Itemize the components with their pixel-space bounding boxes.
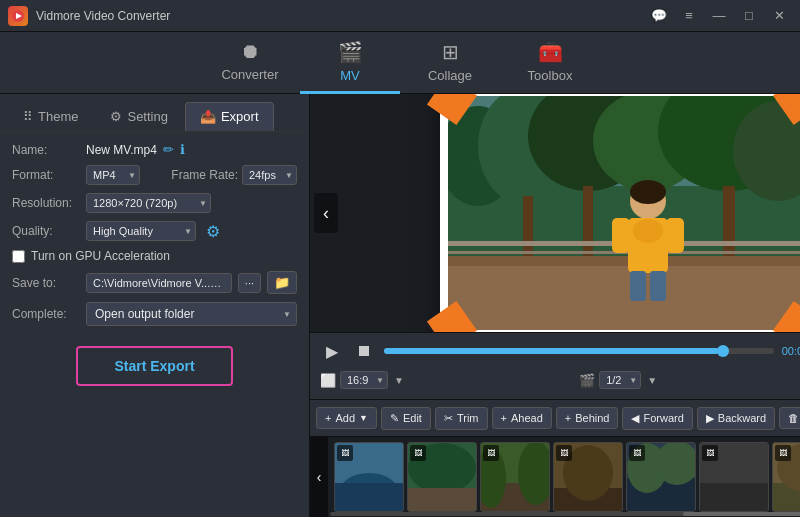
svg-rect-13	[448, 256, 801, 330]
video-content	[448, 96, 801, 330]
tab-toolbox[interactable]: 🧰 Toolbox	[500, 32, 600, 94]
clip-select[interactable]: 1/22/2	[599, 371, 641, 389]
svg-rect-30	[408, 488, 476, 511]
film-thumb-6[interactable]: 🖼	[699, 442, 769, 512]
right-panel: ‹	[310, 94, 800, 517]
app-logo	[8, 6, 28, 26]
format-row: Format: MP4MKVAVIMOV Frame Rate: 24fps30…	[12, 165, 297, 185]
svg-rect-10	[523, 196, 533, 256]
film-thumb-1[interactable]: 🖼	[334, 442, 404, 512]
thumb-2-icon: 🖼	[410, 445, 426, 461]
ratio-dropdown-icon: ▼	[394, 375, 404, 386]
ratio-select-wrapper: 16:94:31:19:16	[340, 371, 388, 389]
tab-collage[interactable]: ⊞ Collage	[400, 32, 500, 94]
quality-settings-button[interactable]: ⚙	[202, 222, 224, 241]
film-thumb-5[interactable]: 🖼	[626, 442, 696, 512]
filmstrip: ‹ 🖼 🖼	[310, 437, 800, 517]
subtab-export[interactable]: 📤 Export	[185, 102, 274, 131]
quality-select[interactable]: High QualityStandard QualityLow Quality	[86, 221, 196, 241]
content-area: ⠿ Theme ⚙ Setting 📤 Export Name: New MV.…	[0, 94, 800, 517]
subtab-export-label: Export	[221, 109, 259, 124]
gpu-row: Turn on GPU Acceleration	[12, 249, 297, 263]
progress-bar[interactable]	[384, 348, 774, 354]
backward-icon: ▶	[706, 412, 714, 425]
empty-button[interactable]: 🗑 Empty	[779, 407, 800, 429]
framerate-group: Frame Rate: 24fps30fps60fps	[171, 165, 297, 185]
svg-point-20	[633, 219, 663, 243]
browse-dots-button[interactable]: ···	[238, 273, 261, 293]
complete-label: Complete:	[12, 307, 80, 321]
gpu-checkbox[interactable]	[12, 250, 25, 263]
quality-select-wrapper: High QualityStandard QualityLow Quality	[86, 221, 196, 241]
chat-button[interactable]: 💬	[646, 6, 672, 26]
setting-icon: ⚙	[110, 109, 122, 124]
subtab-setting-label: Setting	[127, 109, 167, 124]
filmstrip-thumbs: 🖼 🖼	[314, 441, 800, 513]
name-value: New MV.mp4	[86, 143, 157, 157]
complete-select[interactable]: Open output folderDo nothingShut down	[86, 302, 297, 326]
name-row: Name: New MV.mp4 ✏ ℹ	[12, 142, 297, 157]
tab-mv[interactable]: 🎬 MV	[300, 32, 400, 94]
film-thumb-3[interactable]: 🖼	[480, 442, 550, 512]
save-row: Save to: C:\Vidmore\Vidmore V...onverter…	[12, 271, 297, 294]
clip-group: 🎬 1/22/2 ▼	[579, 371, 657, 389]
save-path: C:\Vidmore\Vidmore V...onverter\MV Expor…	[86, 273, 232, 293]
behind-button[interactable]: + Behind	[556, 407, 619, 429]
backward-label: Backward	[718, 412, 766, 424]
stop-button[interactable]: ⏹	[352, 339, 376, 363]
timeline-bar: + Add ▼ ✎ Edit ✂ Trim + Ahead + Behind ◀	[310, 399, 800, 437]
film-thumb-7[interactable]: 🖼	[772, 442, 800, 512]
preview-nav-left-button[interactable]: ‹	[314, 193, 338, 233]
edit-name-icon[interactable]: ✏	[163, 142, 174, 157]
minimize-button[interactable]: —	[706, 6, 732, 26]
controls-bottom: ⬜ 16:94:31:19:16 ▼ 🎬 1/22/2	[320, 367, 800, 393]
resolution-select[interactable]: 1280×720 (720p)1920×1080 (1080p)854×480 …	[86, 193, 211, 213]
svg-rect-24	[650, 271, 666, 301]
behind-icon: +	[565, 412, 571, 424]
tab-converter[interactable]: ⏺ Converter	[200, 32, 300, 94]
backward-button[interactable]: ▶ Backward	[697, 407, 775, 430]
add-dropdown-icon: ▼	[359, 413, 368, 423]
tab-collage-label: Collage	[428, 68, 472, 83]
film-thumb-2[interactable]: 🖼	[407, 442, 477, 512]
forward-button[interactable]: ◀ Forward	[622, 407, 692, 430]
ahead-label: Ahead	[511, 412, 543, 424]
add-button[interactable]: + Add ▼	[316, 407, 377, 429]
info-icon[interactable]: ℹ	[180, 142, 185, 157]
app-title: Vidmore Video Converter	[36, 9, 170, 23]
framerate-select[interactable]: 24fps30fps60fps	[242, 165, 297, 185]
thumb-1-icon: 🖼	[337, 445, 353, 461]
filmstrip-nav-left[interactable]: ‹	[310, 437, 328, 517]
subtab-setting[interactable]: ⚙ Setting	[95, 102, 182, 131]
ratio-select[interactable]: 16:94:31:19:16	[340, 371, 388, 389]
maximize-button[interactable]: □	[736, 6, 762, 26]
ratio-group: ⬜ 16:94:31:19:16 ▼	[320, 371, 404, 389]
gpu-label[interactable]: Turn on GPU Acceleration	[31, 249, 170, 263]
progress-fill	[384, 348, 719, 354]
svg-rect-21	[612, 218, 630, 253]
film-thumb-4[interactable]: 🖼	[553, 442, 623, 512]
converter-icon: ⏺	[240, 40, 260, 63]
resolution-row: Resolution: 1280×720 (720p)1920×1080 (10…	[12, 193, 297, 213]
menu-button[interactable]: ≡	[676, 6, 702, 26]
trim-button[interactable]: ✂ Trim	[435, 407, 488, 430]
svg-rect-22	[666, 218, 684, 253]
clip-icon: 🎬	[579, 373, 595, 388]
filmstrip-scroll-thumb	[683, 512, 800, 516]
filmstrip-scrollbar[interactable]	[330, 512, 800, 516]
sub-tabs: ⠿ Theme ⚙ Setting 📤 Export	[0, 94, 309, 132]
play-button[interactable]: ▶	[320, 339, 344, 363]
ratio-icon: ⬜	[320, 373, 336, 388]
collage-icon: ⊞	[442, 40, 459, 64]
close-button[interactable]: ✕	[766, 6, 792, 26]
progress-thumb	[717, 345, 729, 357]
subtab-theme[interactable]: ⠿ Theme	[8, 102, 93, 131]
ahead-button[interactable]: + Ahead	[492, 407, 552, 429]
format-label: Format:	[12, 168, 80, 182]
toolbox-icon: 🧰	[538, 40, 563, 64]
open-folder-button[interactable]: 📁	[267, 271, 297, 294]
controls-top: ▶ ⏹ 00:00:43.13/00:00:50.00 🔊	[320, 339, 800, 363]
start-export-left-button[interactable]: Start Export	[76, 346, 232, 386]
edit-button[interactable]: ✎ Edit	[381, 407, 431, 430]
format-select[interactable]: MP4MKVAVIMOV	[86, 165, 140, 185]
